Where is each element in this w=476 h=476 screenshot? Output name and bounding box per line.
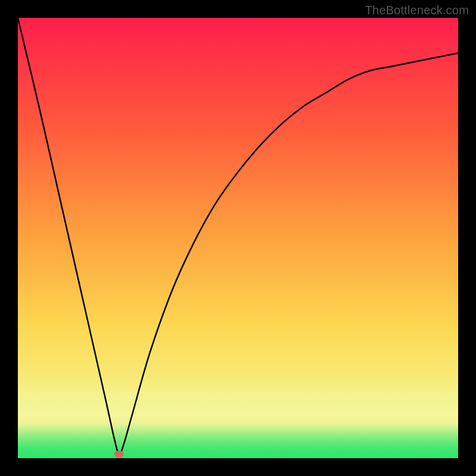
- watermark-text: TheBottleneck.com: [365, 4, 469, 17]
- plot-area: [18, 18, 458, 458]
- bottleneck-curve: [18, 18, 458, 458]
- curve-path: [18, 18, 458, 454]
- optimal-marker: [114, 450, 124, 458]
- chart-frame: TheBottleneck.com: [0, 0, 476, 476]
